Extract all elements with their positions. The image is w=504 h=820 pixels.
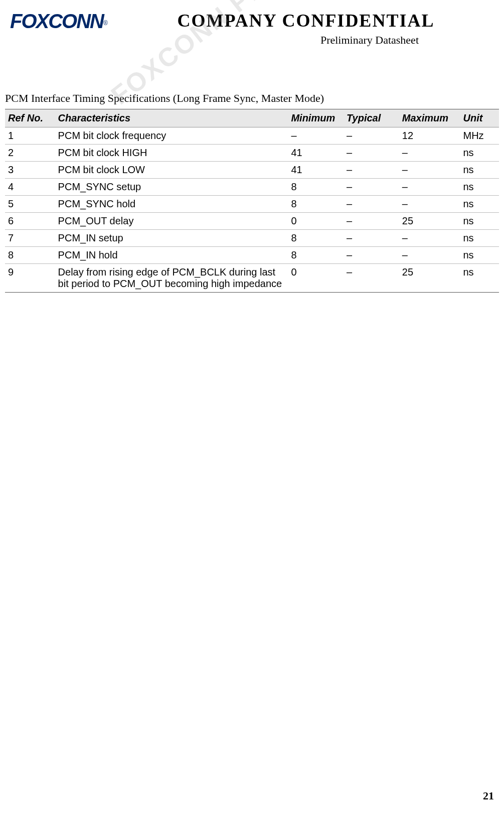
cell-unit: ns — [460, 264, 499, 293]
cell-unit: ns — [460, 162, 499, 179]
cell-ref: 7 — [5, 230, 55, 247]
cell-unit: ns — [460, 196, 499, 213]
foxconn-logo: FOXCONN® — [10, 10, 108, 33]
cell-ref: 2 — [5, 145, 55, 162]
cell-max: – — [399, 145, 460, 162]
cell-max: – — [399, 230, 460, 247]
cell-unit: ns — [460, 179, 499, 196]
content-area: FOXCONN PRE… PCM Interface Timing Specif… — [0, 47, 504, 293]
cell-max: – — [399, 179, 460, 196]
cell-ref: 3 — [5, 162, 55, 179]
cell-char: PCM_SYNC hold — [55, 196, 288, 213]
cell-ref: 9 — [5, 264, 55, 293]
cell-min: 0 — [288, 264, 344, 293]
cell-unit: ns — [460, 213, 499, 230]
cell-max: 25 — [399, 264, 460, 293]
header-unit: Unit — [460, 109, 499, 127]
table-row: 9Delay from rising edge of PCM_BCLK duri… — [5, 264, 499, 293]
cell-ref: 8 — [5, 247, 55, 264]
section-title: PCM Interface Timing Specifications (Lon… — [5, 92, 499, 105]
header-ref: Ref No. — [5, 109, 55, 127]
logo-text: FOXCONN — [10, 10, 103, 32]
table-header-row: Ref No. Characteristics Minimum Typical … — [5, 109, 499, 127]
spec-table: Ref No. Characteristics Minimum Typical … — [5, 109, 499, 293]
cell-typ: – — [344, 196, 399, 213]
table-row: 4PCM_SYNC setup8––ns — [5, 179, 499, 196]
cell-min: 8 — [288, 230, 344, 247]
cell-char: PCM_SYNC setup — [55, 179, 288, 196]
header-text-block: COMPANY CONFIDENTIAL Preliminary Datashe… — [118, 10, 494, 47]
cell-max: – — [399, 247, 460, 264]
cell-char: PCM bit clock LOW — [55, 162, 288, 179]
cell-typ: – — [344, 247, 399, 264]
cell-ref: 4 — [5, 179, 55, 196]
cell-unit: ns — [460, 145, 499, 162]
cell-unit: MHz — [460, 127, 499, 145]
cell-typ: – — [344, 230, 399, 247]
table-row: 8PCM_IN hold8––ns — [5, 247, 499, 264]
cell-typ: – — [344, 264, 399, 293]
cell-typ: – — [344, 162, 399, 179]
table-row: 5PCM_SYNC hold8––ns — [5, 196, 499, 213]
cell-max: 12 — [399, 127, 460, 145]
cell-typ: – — [344, 179, 399, 196]
cell-min: 41 — [288, 145, 344, 162]
cell-min: 41 — [288, 162, 344, 179]
table-row: 1PCM bit clock frequency––12MHz — [5, 127, 499, 145]
cell-unit: ns — [460, 247, 499, 264]
cell-char: PCM bit clock HIGH — [55, 145, 288, 162]
cell-max: – — [399, 162, 460, 179]
cell-min: 8 — [288, 247, 344, 264]
header-max: Maximum — [399, 109, 460, 127]
header-min: Minimum — [288, 109, 344, 127]
cell-min: 0 — [288, 213, 344, 230]
cell-unit: ns — [460, 230, 499, 247]
cell-typ: – — [344, 145, 399, 162]
table-row: 3PCM bit clock LOW41––ns — [5, 162, 499, 179]
cell-ref: 6 — [5, 213, 55, 230]
cell-typ: – — [344, 127, 399, 145]
cell-ref: 1 — [5, 127, 55, 145]
table-row: 2PCM bit clock HIGH41––ns — [5, 145, 499, 162]
cell-max: 25 — [399, 213, 460, 230]
header-typ: Typical — [344, 109, 399, 127]
cell-min: 8 — [288, 196, 344, 213]
cell-ref: 5 — [5, 196, 55, 213]
cell-max: – — [399, 196, 460, 213]
header-char: Characteristics — [55, 109, 288, 127]
registered-icon: ® — [103, 20, 108, 27]
cell-min: 8 — [288, 179, 344, 196]
table-row: 7PCM_IN setup8––ns — [5, 230, 499, 247]
cell-char: Delay from rising edge of PCM_BCLK durin… — [55, 264, 288, 293]
document-header: FOXCONN® COMPANY CONFIDENTIAL Preliminar… — [0, 0, 504, 47]
cell-typ: – — [344, 213, 399, 230]
page-number: 21 — [483, 789, 494, 802]
cell-char: PCM bit clock frequency — [55, 127, 288, 145]
title-main: COMPANY CONFIDENTIAL — [118, 10, 494, 31]
cell-char: PCM_OUT delay — [55, 213, 288, 230]
title-sub: Preliminary Datasheet — [118, 34, 494, 47]
cell-char: PCM_IN hold — [55, 247, 288, 264]
table-row: 6PCM_OUT delay0–25ns — [5, 213, 499, 230]
cell-min: – — [288, 127, 344, 145]
cell-char: PCM_IN setup — [55, 230, 288, 247]
